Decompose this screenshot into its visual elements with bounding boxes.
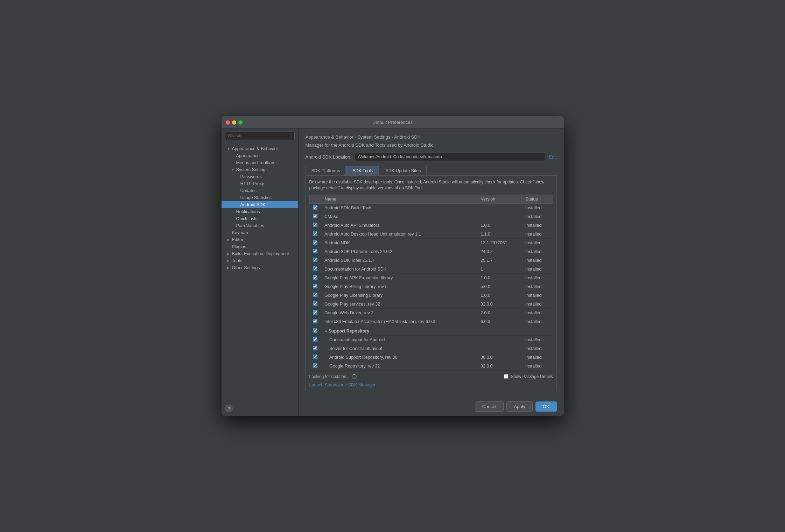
row-checkbox[interactable] — [313, 266, 317, 271]
sidebar-item-editor[interactable]: ▶ Editor — [222, 236, 298, 243]
row-version — [477, 335, 522, 344]
window-title: Default Preferences — [372, 120, 413, 125]
tab-content: Below are the available SDK developer to… — [306, 176, 557, 391]
row-status: Installed — [522, 212, 553, 221]
row-status: Installed — [522, 230, 553, 238]
row-checkbox[interactable] — [313, 231, 317, 236]
sidebar-item-updates[interactable]: Updates — [222, 187, 298, 194]
triangle-icon: ▶ — [227, 238, 231, 241]
breadcrumb-part2: System Settings — [357, 134, 390, 140]
sidebar-item-keymap[interactable]: Keymap — [222, 229, 298, 236]
row-checkbox[interactable] — [313, 258, 317, 262]
row-checkbox[interactable] — [313, 301, 317, 306]
sidebar-item-usage-statistics[interactable]: Usage Statistics — [222, 194, 298, 201]
breadcrumb: Appearance & Behavior › System Settings … — [306, 134, 557, 140]
col-header-name: Name — [321, 195, 477, 203]
table-row: Intel x86 Emulator Accelerator (HAXM ins… — [309, 317, 553, 326]
main-panel: Appearance & Behavior › System Settings … — [299, 129, 564, 416]
row-checkbox[interactable] — [313, 337, 317, 342]
row-version — [477, 203, 522, 212]
row-version: 1 — [477, 265, 522, 273]
row-checkbox[interactable] — [313, 284, 317, 288]
table-row: Android SDK Build-ToolsInstalled — [309, 203, 553, 212]
row-checkbox-cell — [309, 300, 321, 308]
cancel-button[interactable]: Cancel — [475, 401, 504, 412]
row-version: 36.0.0 — [477, 353, 522, 362]
table-row: Google Play APK Expansion library1.0.0In… — [309, 273, 553, 282]
row-checkbox[interactable] — [313, 223, 317, 227]
sidebar-item-build-execution[interactable]: ▶ Build, Execution, Deployment — [222, 250, 298, 257]
tab-sdk-update-sites[interactable]: SDK Update Sites — [380, 166, 427, 175]
row-checkbox[interactable] — [313, 319, 317, 323]
row-status: Installed — [522, 353, 553, 362]
row-name: ▼ Support Repository — [321, 326, 477, 335]
row-checkbox[interactable] — [313, 214, 317, 218]
row-status: Installed — [522, 256, 553, 265]
breadcrumb-part3: Android SDK — [394, 134, 420, 140]
sidebar-item-system-settings[interactable]: ▼ System Settings — [222, 166, 298, 173]
sidebar-item-plugins[interactable]: Plugins — [222, 243, 298, 250]
row-checkbox[interactable] — [313, 249, 317, 253]
sidebar-item-other-settings[interactable]: ▶ Other Settings — [222, 264, 298, 271]
launch-sdk-manager-link[interactable]: Launch Standalone SDK Manager — [309, 383, 376, 387]
row-status: Installed — [522, 362, 553, 370]
row-name: Google Repository, rev 32 — [321, 362, 477, 370]
triangle-icon: ▶ — [227, 266, 231, 270]
sidebar-item-http-proxy[interactable]: HTTP Proxy — [222, 180, 298, 187]
sidebar-item-android-sdk[interactable]: Android SDK — [222, 201, 298, 208]
tab-sdk-tools[interactable]: SDK Tools — [346, 166, 379, 175]
row-status — [522, 326, 553, 335]
looking-updates: Looking for updates... — [309, 374, 357, 379]
sidebar-search-container — [222, 129, 298, 143]
close-button[interactable] — [226, 120, 230, 125]
sidebar-item-appearance[interactable]: Appearance — [222, 152, 298, 159]
minimize-button[interactable] — [232, 120, 236, 125]
edit-link[interactable]: Edit — [549, 154, 556, 160]
sidebar-item-notifications[interactable]: Notifications — [222, 208, 298, 215]
row-checkbox-cell — [309, 335, 321, 344]
row-version: 32.0.0 — [477, 300, 522, 308]
sidebar-item-appearance-behavior[interactable]: ▼ Appearance & Behavior — [222, 145, 298, 152]
apply-button[interactable]: Apply — [506, 401, 533, 412]
tab-description: Below are the available SDK developer to… — [309, 179, 553, 191]
search-input[interactable] — [225, 132, 295, 140]
table-row: Google Play Billing Library, rev 55.0.0I… — [309, 282, 553, 291]
help-button[interactable]: ? — [225, 405, 233, 412]
row-version: 25.1.7 — [477, 256, 522, 265]
row-name: Android Auto API Simulators — [321, 221, 477, 230]
row-checkbox[interactable] — [313, 205, 317, 210]
tab-sdk-platforms[interactable]: SDK Platforms — [306, 166, 346, 175]
maximize-button[interactable] — [238, 120, 243, 125]
sidebar-item-passwords[interactable]: Passwords — [222, 173, 298, 180]
triangle-icon: ▶ — [227, 259, 231, 262]
ok-button[interactable]: OK — [535, 401, 557, 412]
row-checkbox[interactable] — [313, 275, 317, 280]
row-status: Installed — [522, 203, 553, 212]
row-name: ConstraintLayout for Android — [321, 335, 477, 344]
row-name: Android SDK Tools 25.1.7 — [321, 256, 477, 265]
row-checkbox[interactable] — [313, 310, 317, 315]
row-checkbox[interactable] — [313, 346, 317, 350]
show-pkg-details-checkbox[interactable] — [504, 374, 509, 379]
row-checkbox[interactable] — [313, 328, 317, 333]
row-checkbox[interactable] — [313, 363, 317, 368]
sdk-location-label: Android SDK Location: — [306, 154, 352, 160]
row-checkbox-cell — [309, 238, 321, 247]
sdk-location-input[interactable] — [355, 153, 545, 161]
table-row: ▼ Support Repository — [309, 326, 553, 335]
row-version: 1.1.0 — [477, 230, 522, 238]
row-checkbox[interactable] — [313, 293, 317, 297]
table-row: Google Play services, rev 3232.0.0Instal… — [309, 300, 553, 308]
tabs-row: SDK Platforms SDK Tools SDK Update Sites — [306, 166, 557, 176]
title-bar: Default Preferences — [222, 116, 564, 129]
row-name: Google Play APK Expansion library — [321, 273, 477, 282]
sidebar-item-path-variables[interactable]: Path Variables — [222, 222, 298, 229]
row-status: Installed — [522, 317, 553, 326]
table-row: Google Web Driver, rev 22.0.0Installed — [309, 308, 553, 317]
sidebar-item-menus-toolbars[interactable]: Menus and Toolbars — [222, 159, 298, 166]
sidebar-item-tools[interactable]: ▶ Tools — [222, 257, 298, 264]
row-version: 24.0.2 — [477, 247, 522, 256]
sidebar-item-quick-lists[interactable]: Quick Lists — [222, 215, 298, 222]
row-checkbox[interactable] — [313, 240, 317, 245]
row-checkbox[interactable] — [313, 355, 317, 359]
